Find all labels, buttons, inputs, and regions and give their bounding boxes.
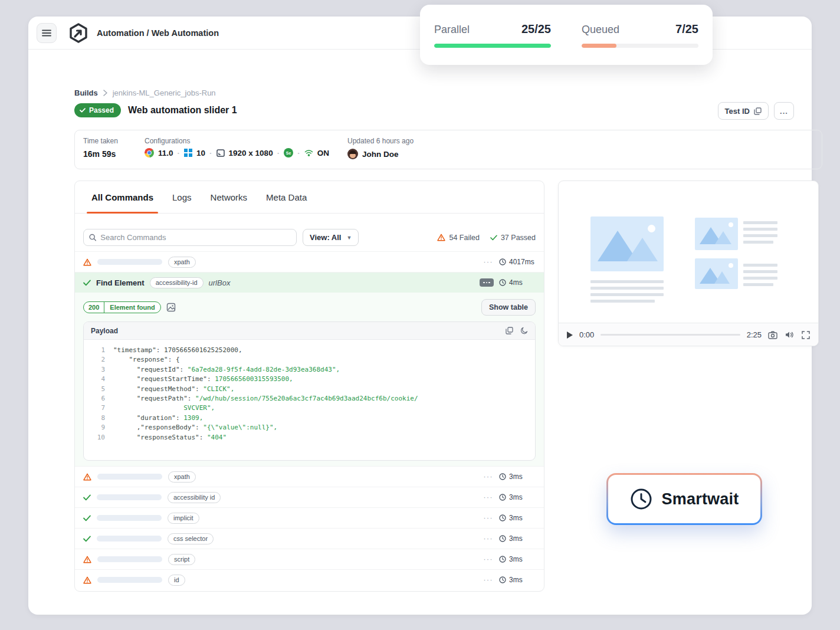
search-commands-box — [83, 229, 297, 246]
status-badge: Passed — [74, 103, 121, 117]
play-button[interactable] — [567, 332, 573, 339]
clock-icon — [499, 494, 506, 501]
copy-icon[interactable] — [506, 327, 513, 334]
screenshot-icon[interactable] — [166, 303, 176, 312]
tab-all-commands[interactable]: All Commands — [91, 181, 153, 213]
mock-image-small-1 — [695, 218, 738, 250]
queued-progress-track — [582, 44, 698, 48]
line-number: 2 — [84, 355, 105, 365]
dot-separator: · — [277, 149, 280, 158]
row-more-button[interactable]: ··· — [484, 493, 494, 501]
command-target: urlBox — [209, 278, 231, 287]
smartwait-button[interactable]: Smartwait — [606, 473, 762, 525]
duration-time: 2:25 — [747, 330, 762, 339]
hamburger-icon — [42, 29, 51, 37]
command-row[interactable]: accessibility id···3ms — [75, 487, 544, 507]
build-info-bar: Time taken 16m 59s Configurations 11.0 ·… — [74, 130, 822, 169]
command-row-selected[interactable]: Find Element accessibility-id urlBox 4ms — [75, 272, 544, 293]
locator-pill: script — [168, 554, 195, 565]
app-breadcrumb: Automation / Web Automation — [97, 28, 219, 38]
view-filter-dropdown[interactable]: View: All ▼ — [303, 229, 359, 246]
queued-value: 7/25 — [675, 22, 698, 36]
locator-pill: css selector — [168, 533, 214, 544]
parallel-progress-track — [434, 44, 551, 48]
search-input[interactable] — [100, 233, 291, 242]
payload-title: Payload — [91, 327, 118, 335]
code-line: 9 ,"responseBody": "{\"value\":null}", — [84, 423, 535, 432]
smartwait-label: Smartwait — [662, 490, 739, 508]
locator-pill: id — [168, 575, 185, 586]
video-player-panel: 0:00 2:25 — [558, 181, 819, 346]
check-icon — [83, 494, 91, 501]
line-number: 6 — [84, 394, 105, 403]
dark-mode-moon-icon[interactable] — [520, 327, 528, 334]
command-list-bottom: xpath···3msaccessibility id···3msimplici… — [75, 466, 544, 590]
chevron-down-icon: ▼ — [346, 235, 352, 241]
row-more-button[interactable] — [480, 278, 494, 287]
parallel-label: Parallel — [434, 24, 470, 36]
show-table-button[interactable]: Show table — [481, 299, 536, 316]
command-row[interactable]: xpath···4017ms — [75, 251, 544, 272]
check-icon — [83, 515, 91, 521]
volume-icon[interactable] — [785, 331, 794, 339]
command-row[interactable]: id···3ms — [75, 569, 544, 590]
code-line: 1"timestamp": 1705665601625252000, — [84, 346, 535, 355]
locator-pill: accessibility id — [168, 492, 221, 503]
seek-bar[interactable] — [601, 334, 740, 336]
command-detail-expanded: 200 Element found Show table Payload 1"t… — [75, 293, 544, 466]
command-skeleton — [97, 259, 162, 265]
fullscreen-icon[interactable] — [802, 331, 810, 339]
row-more-button[interactable]: ··· — [484, 472, 494, 481]
hamburger-menu-button[interactable] — [37, 23, 57, 43]
command-row[interactable]: css selector···3ms — [75, 528, 544, 549]
selenium-icon: Se — [284, 148, 293, 158]
command-row[interactable]: script···3ms — [75, 549, 544, 569]
search-icon — [89, 234, 96, 241]
row-more-button[interactable]: ··· — [484, 555, 494, 563]
tab-networks[interactable]: Networks — [211, 181, 248, 213]
build-title-row: Passed Web automation slider 1 — [74, 103, 237, 117]
clock-icon — [499, 279, 506, 286]
breadcrumb-builds-link[interactable]: Builds — [74, 88, 98, 97]
row-more-button[interactable]: ··· — [484, 576, 494, 584]
os-version: 10 — [196, 149, 205, 158]
clock-icon — [499, 258, 506, 265]
dot-separator: · — [297, 149, 300, 158]
test-id-button[interactable]: Test ID — [718, 102, 769, 120]
payload-code: 1"timestamp": 1705665601625252000,2 "res… — [84, 340, 535, 448]
warning-icon — [437, 234, 445, 241]
page-title: Web automation slider 1 — [128, 105, 237, 116]
parallel-stat: Parallel 25/25 — [434, 22, 551, 65]
avatar — [347, 149, 358, 159]
tab-logs[interactable]: Logs — [172, 181, 192, 213]
updated-block: Updated 6 hours ago John Doe — [347, 137, 414, 162]
updated-label: Updated 6 hours ago — [347, 137, 414, 145]
copy-icon — [754, 107, 762, 115]
command-row[interactable]: implicit···3ms — [75, 507, 544, 528]
row-more-button[interactable]: ··· — [484, 514, 494, 522]
duration: 3ms — [499, 576, 536, 584]
locator-pill: xpath — [168, 471, 196, 483]
warning-icon — [83, 258, 91, 266]
command-skeleton — [97, 577, 162, 583]
screenshot-camera-icon[interactable] — [768, 331, 777, 339]
queued-stat: Queued 7/25 — [582, 22, 698, 65]
line-number: 5 — [84, 385, 105, 394]
command-skeleton — [97, 536, 162, 542]
line-number: 7 — [84, 403, 105, 413]
payload-card: Payload 1"timestamp": 170566560162525200… — [83, 321, 536, 461]
row-more-button[interactable]: ··· — [484, 258, 494, 266]
breadcrumb: Builds jenkins-ML_Generic_jobs-Run — [74, 88, 216, 97]
passed-count: 37 Passed — [490, 234, 536, 242]
check-icon — [83, 280, 91, 286]
video-preview[interactable] — [559, 181, 818, 323]
code-line: 5 "requestMethod": "CLICK", — [84, 385, 535, 394]
commands-toolbar: View: All ▼ 54 Failed 37 Passed — [75, 214, 544, 251]
row-more-button[interactable]: ··· — [484, 534, 494, 543]
more-options-button[interactable]: ... — [774, 102, 794, 120]
tab-meta-data[interactable]: Meta Data — [266, 181, 307, 213]
video-controls: 0:00 2:25 — [559, 323, 818, 346]
parallel-progress-fill — [434, 44, 551, 48]
command-row[interactable]: xpath···3ms — [75, 466, 544, 487]
time-taken-value: 16m 59s — [83, 149, 145, 159]
